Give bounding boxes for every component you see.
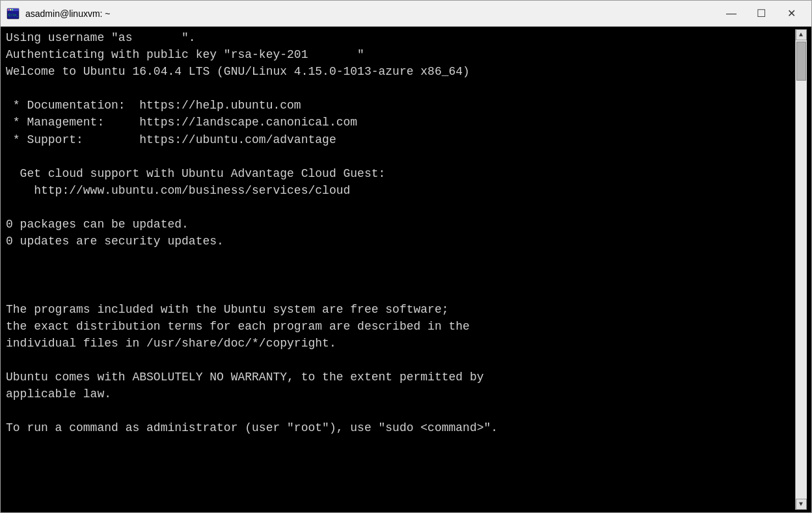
- window-title: asadmin@linuxvm: ~: [25, 8, 716, 19]
- terminal-line: Authenticating with public key "rsa-key-…: [6, 46, 792, 63]
- terminal-line: applicable law.: [6, 386, 792, 402]
- terminal-line: http://www.ubuntu.com/business/services/…: [6, 182, 792, 199]
- scrollbar[interactable]: ▲ ▼: [795, 29, 806, 510]
- terminal-window: C:\>_ asadmin@linuxvm: ~ — ☐ ✕ Using use…: [0, 0, 812, 513]
- terminal-line: [6, 80, 792, 97]
- terminal-line: The programs included with the Ubuntu sy…: [6, 301, 792, 318]
- svg-text:C:\>_: C:\>_: [8, 14, 19, 18]
- terminal-output: Using username "as ".Authenticating with…: [6, 29, 795, 510]
- svg-rect-4: [12, 9, 13, 10]
- svg-rect-2: [8, 9, 9, 10]
- terminal-line: To run a command as administrator (user …: [6, 419, 792, 436]
- terminal-line: [6, 199, 792, 216]
- terminal-line: [6, 250, 792, 267]
- app-icon: C:\>_: [6, 7, 20, 21]
- terminal-body[interactable]: Using username "as ".Authenticating with…: [1, 27, 811, 512]
- titlebar: C:\>_ asadmin@linuxvm: ~ — ☐ ✕: [1, 1, 811, 27]
- terminal-line: Welcome to Ubuntu 16.04.4 LTS (GNU/Linux…: [6, 63, 792, 80]
- minimize-button[interactable]: —: [716, 3, 746, 24]
- terminal-line: 0 updates are security updates.: [6, 233, 792, 250]
- svg-rect-3: [10, 9, 11, 10]
- terminal-line: [6, 148, 792, 165]
- terminal-line: the exact distribution terms for each pr…: [6, 318, 792, 335]
- terminal-line: * Documentation: https://help.ubuntu.com: [6, 97, 792, 114]
- scroll-up-arrow[interactable]: ▲: [796, 29, 807, 40]
- terminal-line: Get cloud support with Ubuntu Advantage …: [6, 165, 792, 182]
- window-controls: — ☐ ✕: [716, 3, 806, 24]
- terminal-line: Ubuntu comes with ABSOLUTELY NO WARRANTY…: [6, 369, 792, 386]
- scrollbar-thumb[interactable]: [796, 42, 806, 81]
- scrollbar-track[interactable]: [796, 40, 807, 499]
- terminal-line: 0 packages can be updated.: [6, 216, 792, 233]
- close-button[interactable]: ✕: [776, 3, 806, 24]
- maximize-button[interactable]: ☐: [746, 3, 776, 24]
- terminal-line: [6, 267, 792, 283]
- terminal-line: * Support: https://ubuntu.com/advantage: [6, 131, 792, 148]
- terminal-line: [6, 352, 792, 369]
- terminal-line: [6, 283, 792, 300]
- terminal-line: [6, 402, 792, 419]
- terminal-line: individual files in /usr/share/doc/*/cop…: [6, 335, 792, 352]
- terminal-line: * Management: https://landscape.canonica…: [6, 114, 792, 131]
- terminal-line: Using username "as ".: [6, 29, 792, 46]
- scroll-down-arrow[interactable]: ▼: [796, 499, 807, 510]
